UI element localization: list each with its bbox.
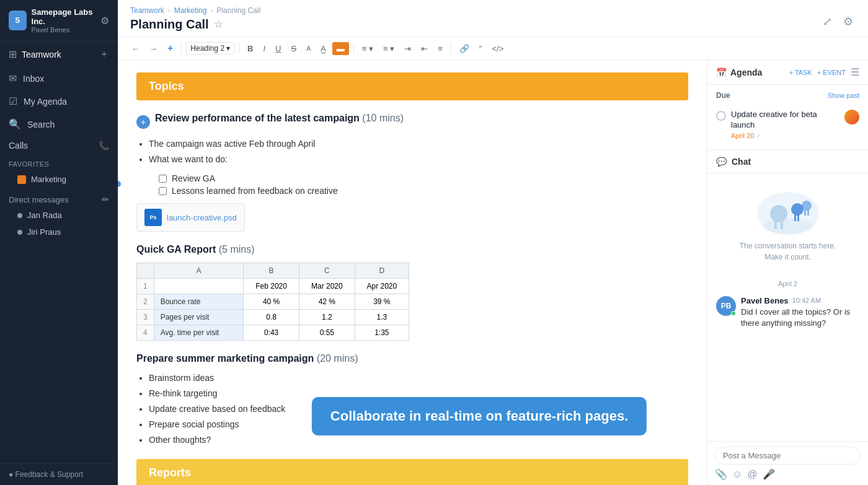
row-4-num: 4 (137, 325, 154, 341)
dm-jiri-praus[interactable]: Jiri Praus (0, 224, 118, 240)
svg-rect-6 (797, 215, 799, 221)
my-agenda-label: My Agenda (24, 97, 67, 107)
mention-btn[interactable]: @ (747, 468, 757, 480)
mic-btn[interactable]: 🎤 (763, 468, 775, 480)
row-3-num: 3 (137, 310, 154, 325)
row-2-d: 39 % (355, 294, 409, 310)
attachment-btn[interactable]: 📎 (715, 468, 727, 480)
breadcrumb: Teamwork › Marketing › Planning Call (130, 6, 260, 15)
add-event-btn[interactable]: + EVENT (817, 69, 846, 76)
table-row: 2 Bounce rate 40 % 42 % 39 % (137, 294, 409, 310)
sidebar-item-inbox[interactable]: ✉ Inbox (0, 67, 118, 90)
star-icon[interactable]: ☆ (214, 19, 223, 30)
dm-jan-rada[interactable]: Jan Rada (0, 207, 118, 224)
row-3-d: 1.3 (355, 310, 409, 325)
col-b: B (244, 263, 299, 279)
editor-area[interactable]: Topics + Review performance of the lates… (118, 60, 707, 485)
underline-btn[interactable]: U (272, 42, 285, 55)
section1-bullets: The campaign was active Feb through Apri… (149, 138, 688, 166)
code-btn[interactable]: </> (488, 42, 507, 55)
chat-msg-header: Pavel Benes 10:42 AM (741, 296, 859, 305)
sidebar-teamwork[interactable]: ⊞ Teamwork ＋ (0, 42, 118, 67)
chevron-down-icon: ▾ (226, 44, 230, 53)
settings-icon[interactable]: ⚙ (841, 12, 856, 31)
brand-logo: S (9, 11, 27, 30)
task-checkbox[interactable] (716, 111, 726, 121)
row-4-label: Avg. time per visit (154, 325, 244, 341)
check-icon: ✓ (756, 132, 761, 140)
list-btn[interactable]: ≡ ▾ (379, 42, 398, 55)
text-color-btn[interactable]: A̲ (317, 42, 330, 55)
strikethrough-btn[interactable]: S (287, 42, 300, 55)
redo-btn[interactable]: → (146, 42, 161, 55)
marketing-label: Marketing (31, 175, 66, 184)
table-row: 4 Avg. time per visit 0:43 0:55 1:35 (137, 325, 409, 341)
agenda-menu-icon[interactable]: ☰ (851, 66, 859, 78)
col-d: D (355, 263, 409, 279)
add-task-btn[interactable]: + TASK (789, 69, 812, 76)
online-indicator (731, 311, 736, 316)
show-past-btn[interactable]: Show past (828, 92, 859, 99)
bold-btn[interactable]: B (244, 42, 257, 55)
agenda-title: 📅 Agenda (716, 68, 762, 77)
agenda-actions: + TASK + EVENT ☰ (789, 66, 859, 78)
emoji-btn[interactable]: ☺ (732, 468, 742, 480)
agenda-content: Due Show past Update creative for beta l… (707, 85, 868, 151)
chat-input[interactable] (715, 447, 861, 465)
calls-item[interactable]: Calls 📞 (0, 136, 118, 155)
row-4-c: 0:55 (299, 325, 355, 341)
agenda-header: 📅 Agenda + TASK + EVENT ☰ (707, 60, 868, 85)
chat-empty-text: The conversation starts here. Make it co… (740, 240, 836, 263)
gear-icon[interactable]: ⚙ (100, 15, 109, 27)
heading-select[interactable]: Heading 2 ▾ (186, 42, 234, 55)
expand-icon[interactable]: ⤢ (820, 12, 835, 31)
chat-title: Chat (732, 157, 751, 167)
page-title-text: Planning Call (130, 17, 209, 32)
dm-dot (17, 213, 22, 218)
quote-btn[interactable]: " (476, 42, 486, 55)
align-btn[interactable]: ≡ ▾ (358, 42, 377, 55)
section3-heading: Prepare summer marketing campaign (20 mi… (136, 353, 688, 364)
svg-point-7 (802, 201, 812, 211)
brand-name: Samepage Labs Inc. (32, 7, 100, 26)
chat-body: The conversation starts here. Make it co… (707, 173, 868, 441)
dm-header: Direct messages ✏ (0, 188, 118, 207)
insert-btn[interactable]: + (164, 41, 177, 56)
file-attachment[interactable]: Ps launch-creative.psd (136, 203, 245, 232)
plus-icon[interactable]: ＋ (99, 48, 109, 61)
svg-rect-8 (804, 210, 806, 216)
topbar-left: Teamwork › Marketing › Planning Call Pla… (130, 6, 260, 37)
breadcrumb-teamwork[interactable]: Teamwork (130, 6, 164, 15)
breadcrumb-marketing[interactable]: Marketing (174, 6, 207, 15)
feedback-icon: ● (9, 470, 13, 479)
breadcrumb-sep2: › (210, 6, 213, 15)
svg-point-4 (791, 203, 804, 216)
add-section-btn[interactable]: + (136, 115, 150, 129)
align-center-btn[interactable]: ≡ (434, 42, 446, 55)
italic-btn[interactable]: I (259, 42, 269, 55)
row-3-c: 1.2 (299, 310, 355, 325)
sidebar-item-my-agenda[interactable]: ☑ My Agenda (0, 90, 118, 113)
toolbar-divider-3 (353, 43, 354, 54)
sidebar-item-search[interactable]: 🔍 Search (0, 113, 118, 136)
highlight-btn[interactable]: ▬ (332, 42, 349, 55)
feedback-support[interactable]: ● Feedback & Support (0, 463, 118, 485)
section2-duration: (5 mins) (219, 244, 255, 255)
checkbox-review-ga[interactable] (159, 175, 167, 183)
chat-header: 💬 Chat (707, 151, 868, 173)
row-4-b: 0:43 (244, 325, 299, 341)
indent-less-btn[interactable]: ⇤ (417, 42, 432, 55)
marketing-icon (17, 175, 26, 184)
right-panel: 📅 Agenda + TASK + EVENT ☰ Due Show past (707, 60, 868, 485)
small-text-btn[interactable]: A (303, 43, 314, 54)
svg-point-1 (770, 205, 787, 222)
col-c-header: Mar 2020 (299, 279, 355, 294)
checkbox-lessons[interactable] (159, 187, 167, 195)
chat-date-separator: April 2 (716, 275, 859, 292)
sidebar-item-marketing[interactable]: Marketing (0, 170, 118, 188)
link-btn[interactable]: 🔗 (456, 42, 473, 55)
brand-area: S Samepage Labs Inc. Pavel Benes ⚙ (0, 0, 118, 42)
undo-btn[interactable]: ← (128, 42, 143, 55)
compose-icon[interactable]: ✏ (102, 194, 109, 204)
indent-more-btn[interactable]: ⇥ (401, 42, 415, 55)
